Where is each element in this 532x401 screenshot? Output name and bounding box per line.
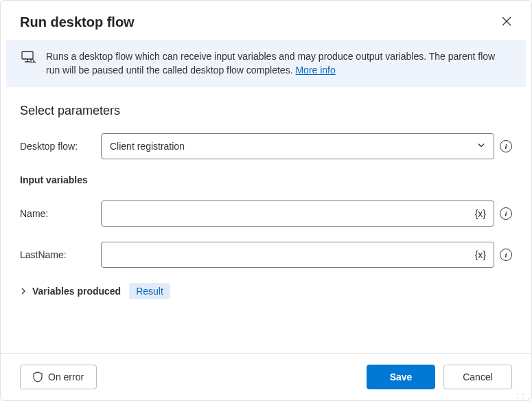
desktop-flow-value: Client registration — [110, 141, 185, 152]
more-info-link[interactable]: More info — [295, 65, 335, 76]
name-label: Name: — [20, 208, 95, 219]
lastname-info-icon[interactable]: i — [500, 249, 512, 261]
variables-produced-label: Variables produced — [32, 286, 121, 297]
variable-badge-result[interactable]: Result — [129, 283, 170, 299]
svg-rect-2 — [22, 51, 33, 59]
close-button[interactable] — [498, 13, 515, 32]
desktop-flow-select[interactable]: Client registration — [101, 133, 494, 159]
name-input[interactable] — [101, 200, 494, 227]
shield-icon — [33, 371, 43, 382]
save-button[interactable]: Save — [367, 365, 435, 389]
name-info-icon[interactable]: i — [500, 207, 512, 220]
dialog-title: Run desktop flow — [20, 14, 135, 30]
input-variables-heading: Input variables — [20, 174, 512, 185]
section-title: Select parameters — [20, 104, 512, 118]
lastname-variable-button[interactable]: {x} — [472, 248, 489, 262]
lastname-input[interactable] — [101, 242, 494, 268]
desktop-flow-label: Desktop flow: — [20, 141, 95, 152]
info-banner-text: Runs a desktop flow which can receive in… — [46, 49, 511, 78]
on-error-button[interactable]: On error — [20, 365, 97, 389]
desktop-flow-icon — [21, 51, 36, 67]
lastname-label: LastName: — [20, 249, 95, 260]
variables-produced-toggle[interactable]: Variables produced — [20, 286, 121, 297]
cancel-button[interactable]: Cancel — [443, 365, 512, 389]
info-banner: Runs a desktop flow which can receive in… — [6, 40, 526, 87]
name-variable-button[interactable]: {x} — [472, 207, 489, 220]
on-error-label: On error — [48, 371, 84, 382]
close-icon — [501, 16, 512, 27]
chevron-right-icon — [20, 288, 27, 295]
desktop-flow-info-icon[interactable]: i — [500, 140, 512, 152]
